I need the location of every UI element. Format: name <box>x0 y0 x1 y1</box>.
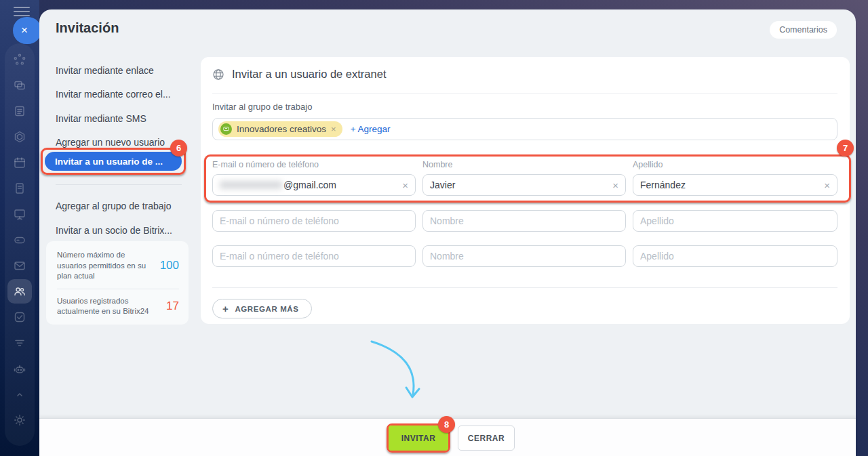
sites-icon[interactable] <box>7 125 32 149</box>
document-icon[interactable] <box>7 176 32 201</box>
extranet-invite-panel: Invitar a un usuario de extranet Invitar… <box>201 57 850 324</box>
lastname-field-row3[interactable] <box>633 245 837 267</box>
menu-item-add-user[interactable]: Agregar un nuevo usuario <box>56 137 165 148</box>
add-workgroup-link[interactable]: + Agregar <box>351 124 391 134</box>
stat-registered-users: Usuarios registrados actualmente en su B… <box>57 296 179 317</box>
menu-divider <box>56 184 182 185</box>
redacted-email-prefix <box>220 181 282 189</box>
hamburger-menu-icon[interactable] <box>14 7 30 16</box>
menu-item-invite-link[interactable]: Invitar mediante enlace <box>56 65 154 76</box>
pulse-icon[interactable] <box>7 47 32 72</box>
workgroup-select[interactable]: Innovadores creativos × + Agregar <box>212 118 837 140</box>
close-slider-button[interactable]: × <box>13 17 41 44</box>
lastname-field-label: Apellido <box>633 160 837 169</box>
stats-divider <box>57 289 179 289</box>
invitation-modal: Invitación Comentarios Invitar mediante … <box>39 9 856 456</box>
menu-item-invite-email[interactable]: Invitar mediante correo el... <box>56 89 171 100</box>
page-background: × Invitación Comentarios Invitar mediant… <box>0 0 868 456</box>
lastname-field-row2[interactable] <box>633 210 837 232</box>
workgroup-avatar-icon <box>220 123 232 135</box>
collapse-caret-icon[interactable] <box>7 382 32 407</box>
workgroup-label: Invitar al grupo de trabajo <box>212 102 312 112</box>
app-sidebar <box>0 0 39 456</box>
name-field-filled[interactable]: Javier × <box>422 174 626 196</box>
feed-icon[interactable] <box>7 99 32 123</box>
email-field-label: E-mail o número de teléfono <box>212 160 319 169</box>
tasks-icon[interactable] <box>7 305 32 329</box>
menu-item-add-to-workgroup[interactable]: Agregar al grupo de trabajo <box>56 201 171 211</box>
email-field-row2[interactable] <box>212 210 416 232</box>
menu-item-invite-sms[interactable]: Invitar mediante SMS <box>56 113 146 124</box>
name-field-row3[interactable] <box>422 245 626 267</box>
close-icon: × <box>21 24 28 37</box>
copilot-icon[interactable] <box>7 356 32 381</box>
employees-icon[interactable] <box>7 279 32 304</box>
settings-gear-icon[interactable] <box>7 408 32 432</box>
crm-filter-icon[interactable] <box>7 331 32 355</box>
email-field-row3[interactable] <box>212 245 416 267</box>
section-title: Invitar a un usuario de extranet <box>232 68 386 81</box>
annotation-badge-8: 8 <box>438 416 455 433</box>
plan-stats-box: Número máximo de usuarios permitidos en … <box>46 241 189 325</box>
workgroup-tag-remove-icon[interactable]: × <box>331 124 336 134</box>
clear-lastname-icon[interactable]: × <box>820 180 830 191</box>
comments-button[interactable]: Comentarios <box>770 21 837 39</box>
clear-name-icon[interactable]: × <box>608 180 618 191</box>
section-divider <box>212 93 837 94</box>
modal-title: Invitación <box>56 20 119 36</box>
add-more-button[interactable]: + AGREGAR MÁS <box>212 299 312 318</box>
menu-item-invite-partner[interactable]: Invitar a un socio de Bitrix... <box>56 225 172 236</box>
boards-icon[interactable] <box>7 202 32 226</box>
workgroup-tag-label: Innovadores creativos <box>237 124 326 134</box>
stat-max-users: Número máximo de usuarios permitidos en … <box>57 250 179 282</box>
stat-max-users-value: 100 <box>160 259 179 272</box>
name-field-label: Nombre <box>422 160 452 169</box>
clear-email-icon[interactable]: × <box>398 180 408 191</box>
plus-icon: + <box>222 303 229 314</box>
annotation-badge-7: 7 <box>837 140 854 157</box>
lastname-field-filled[interactable]: Fernández × <box>633 174 837 196</box>
calendar-icon[interactable] <box>7 150 32 175</box>
form-divider <box>212 287 837 288</box>
annotation-badge-6: 6 <box>170 140 187 157</box>
stat-registered-users-value: 17 <box>166 299 179 313</box>
globe-icon <box>212 68 224 81</box>
email-field-filled[interactable]: @gmail.com × <box>212 174 416 196</box>
messenger-icon[interactable] <box>7 73 32 98</box>
close-modal-button[interactable]: CERRAR <box>458 426 515 451</box>
drive-icon[interactable] <box>7 228 32 252</box>
menu-item-invite-extranet-active[interactable]: Invitar a un usuario de ... <box>45 152 182 171</box>
mail-icon[interactable] <box>7 253 32 278</box>
workgroup-tag: Innovadores creativos × <box>218 121 342 137</box>
name-field-row2[interactable] <box>422 210 626 232</box>
